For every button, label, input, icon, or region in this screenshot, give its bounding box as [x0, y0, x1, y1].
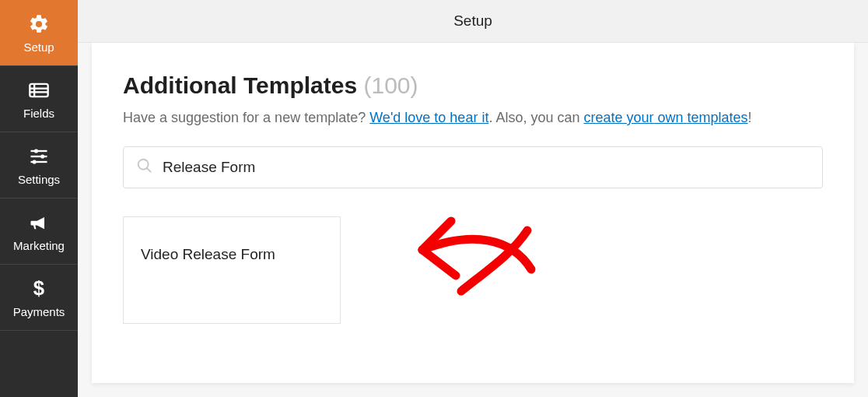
- link-hear-it[interactable]: We'd love to hear it: [369, 110, 488, 125]
- subtext-suffix: !: [748, 110, 752, 125]
- sidebar-item-payments[interactable]: $ Payments: [0, 265, 78, 331]
- template-card[interactable]: Video Release Form: [123, 216, 341, 324]
- sidebar-item-label: Marketing: [13, 239, 65, 252]
- sidebar-item-marketing[interactable]: Marketing: [0, 198, 78, 265]
- link-create-templates[interactable]: create your own templates: [583, 110, 747, 125]
- main-area: Setup Additional Templates (100) Have a …: [78, 0, 868, 397]
- bullhorn-icon: [27, 211, 51, 234]
- heading-count: (100): [364, 72, 418, 98]
- sidebar-item-setup[interactable]: Setup: [0, 0, 78, 66]
- search-box[interactable]: [123, 146, 823, 188]
- sidebar-item-settings[interactable]: Settings: [0, 132, 78, 198]
- sidebar-item-label: Payments: [13, 305, 65, 318]
- template-card-label: Video Release Form: [141, 246, 275, 263]
- dollar-icon: $: [27, 277, 51, 300]
- sidebar-item-label: Settings: [18, 173, 60, 186]
- svg-point-9: [33, 160, 37, 163]
- svg-point-5: [34, 149, 38, 153]
- sidebar-item-label: Fields: [23, 107, 54, 120]
- sidebar-item-label: Setup: [23, 40, 54, 54]
- list-icon: [27, 79, 51, 102]
- gear-icon: [27, 12, 51, 36]
- content-wrap: Additional Templates (100) Have a sugges…: [78, 43, 868, 397]
- svg-text:$: $: [33, 278, 44, 299]
- sidebar-item-fields[interactable]: Fields: [0, 66, 78, 132]
- sidebar: Setup Fields Settings Marketing $ Paymen…: [0, 0, 78, 397]
- subtext: Have a suggestion for a new template? We…: [123, 110, 823, 126]
- subtext-prefix: Have a suggestion for a new template?: [123, 110, 369, 125]
- subtext-mid: . Also, you can: [488, 110, 583, 125]
- topbar: Setup: [78, 0, 868, 43]
- search-input[interactable]: [163, 159, 810, 176]
- page-heading: Additional Templates (100): [123, 72, 823, 99]
- search-icon: [136, 157, 163, 177]
- panel: Additional Templates (100) Have a sugges…: [92, 43, 854, 383]
- svg-rect-0: [30, 83, 47, 96]
- topbar-title: Setup: [453, 12, 492, 30]
- svg-point-7: [40, 154, 44, 158]
- heading-text: Additional Templates: [123, 72, 357, 98]
- sliders-icon: [27, 145, 51, 168]
